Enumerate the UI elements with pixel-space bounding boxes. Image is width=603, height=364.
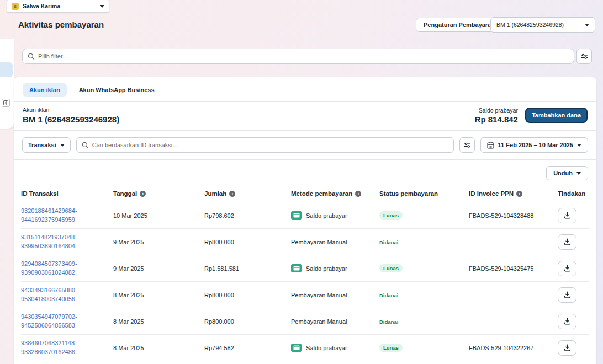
sidebar-active-item[interactable]: [0, 62, 13, 77]
download-invoice-button[interactable]: [558, 340, 576, 356]
prepaid-balance-icon: [291, 211, 302, 220]
status-badge: Didanai: [379, 319, 398, 325]
account-name: BM 1 (626482593246928): [23, 115, 119, 124]
download-report-button[interactable]: Unduh: [546, 166, 588, 180]
transaction-amount: Rp800.000: [204, 292, 291, 298]
status-badge: Didanai: [379, 239, 398, 245]
transaction-id-link[interactable]: 9430354947079702-9452586064856583: [21, 313, 77, 330]
payment-method: Saldo prabayar: [306, 265, 347, 272]
info-icon[interactable]: i: [140, 191, 146, 197]
header-status-pembayaran: Status pembayaran: [379, 190, 469, 197]
collapsed-sidebar: [0, 39, 14, 129]
transaction-id-link[interactable]: 9294084507373409-9390903061024882: [21, 260, 77, 277]
transaction-date: 8 Mar 2025: [113, 292, 204, 298]
download-icon: [564, 318, 571, 325]
table-row: 9430354947079702-9452586064856583 8 Mar …: [21, 308, 589, 335]
transaction-search-input[interactable]: [92, 142, 448, 148]
date-range-picker[interactable]: 11 Feb 2025 – 10 Mar 2025: [480, 137, 588, 153]
transaction-id-link[interactable]: 9320188461429684-9441692375945959: [21, 207, 77, 224]
header-tanggal: Tanggali: [113, 190, 204, 197]
prepaid-balance-icon: [291, 344, 302, 352]
date-range-label: 11 Feb 2025 – 10 Mar 2025: [498, 142, 573, 148]
transaction-date: 9 Mar 2025: [113, 239, 204, 245]
column-settings-button[interactable]: [459, 137, 475, 153]
header-tindakan: Tindakan: [558, 190, 589, 197]
add-funds-button[interactable]: Tambahkan dana: [525, 108, 588, 123]
account-dropdown-value: BM 1 (626482593246928): [496, 22, 564, 28]
download-invoice-button[interactable]: [558, 287, 576, 303]
chevron-down-icon: [576, 172, 581, 175]
account-type-label: Akun iklan: [23, 106, 119, 113]
table-body: 9320188461429684-9441692375945959 10 Mar…: [21, 202, 589, 361]
info-icon[interactable]: i: [229, 191, 235, 197]
status-badge: Lunas: [379, 344, 403, 352]
transaction-amount: Rp800.000: [204, 318, 291, 325]
balance-value: Rp 814.842: [475, 115, 518, 124]
calendar-icon: [487, 142, 494, 149]
business-switcher-dropdown[interactable]: S Salwa Karima: [7, 0, 109, 13]
download-label: Unduh: [553, 170, 573, 176]
business-name: Salwa Karima: [23, 3, 96, 9]
payment-method: Pembayaran Manual: [291, 239, 347, 245]
transaction-type-dropdown[interactable]: Transaksi: [22, 137, 71, 153]
payment-method: Pembayaran Manual: [291, 292, 347, 298]
business-avatar: S: [12, 3, 19, 10]
status-badge: Didanai: [379, 292, 398, 298]
download-invoice-button[interactable]: [558, 261, 576, 276]
transaction-amount: Rp798.602: [204, 212, 291, 219]
status-badge: Lunas: [379, 264, 403, 272]
transaction-id-link[interactable]: 9315114821937048-9399503890164804: [21, 233, 77, 251]
transaction-date: 10 Mar 2025: [113, 212, 204, 219]
info-icon[interactable]: i: [516, 191, 522, 197]
account-summary: Akun iklan BM 1 (626482593246928) Saldo …: [14, 102, 596, 130]
table-row: 9294084507373409-9390903061024882 9 Mar …: [21, 255, 589, 282]
header-jumlah: Jumlahi: [204, 190, 291, 197]
table-header-row: ID Transaksi Tanggali Jumlahi Metode pem…: [21, 186, 589, 202]
account-dropdown[interactable]: BM 1 (626482593246928): [490, 17, 595, 33]
payment-settings-button[interactable]: Pengaturan Pembayaran: [416, 18, 503, 32]
sliders-icon: [463, 142, 471, 148]
sidebar-expand-icon[interactable]: [2, 99, 10, 107]
account-type-tabs: Akun iklan Akun WhatsApp Business: [14, 77, 596, 101]
transaction-date: 8 Mar 2025: [113, 345, 204, 351]
download-icon: [564, 291, 571, 298]
filter-search-box: [22, 49, 574, 64]
transaction-amount: Rp800.000: [204, 239, 291, 245]
chevron-down-icon: [100, 5, 104, 8]
transaction-toolbar: Transaksi 11 Feb 2025 – 10 Mar 2025: [14, 131, 596, 159]
chevron-down-icon: [577, 144, 581, 147]
tab-akun-iklan[interactable]: Akun iklan: [23, 83, 67, 97]
info-icon[interactable]: i: [355, 191, 361, 197]
payment-activity-card: Akun iklan Akun WhatsApp Business Akun i…: [14, 77, 596, 364]
transaction-id-link[interactable]: 9433493166765880-9530418003740056: [21, 286, 77, 304]
transaction-amount: Rp1.581.581: [204, 265, 291, 272]
download-icon: [564, 238, 571, 245]
balance-label: Saldo prabayar: [475, 107, 518, 114]
download-invoice-button[interactable]: [558, 208, 576, 223]
download-invoice-button[interactable]: [558, 234, 576, 250]
download-invoice-button[interactable]: [558, 314, 576, 329]
transaction-date: 9 Mar 2025: [113, 265, 204, 272]
header-metode-pembayaran: Metode pembayarani: [291, 190, 379, 197]
payment-method: Saldo prabayar: [306, 345, 347, 351]
status-badge: Lunas: [379, 211, 403, 220]
transaction-id-link[interactable]: 9384607068321148-9332860370162486: [21, 339, 77, 357]
filter-search-input[interactable]: [38, 53, 569, 60]
table-row: 9384607068321148-9332860370162486 8 Mar …: [21, 335, 589, 361]
payment-method: Pembayaran Manual: [291, 318, 347, 325]
download-icon: [564, 265, 571, 272]
chevron-down-icon: [60, 144, 65, 147]
filter-adjust-button[interactable]: [576, 49, 592, 64]
table-row: 9433493166765880-9530418003740056 8 Mar …: [21, 282, 589, 308]
invoice-id: FBADS-529-104322267: [469, 345, 558, 351]
transaction-type-label: Transaksi: [28, 142, 56, 148]
table-row: 9315114821937048-9399503890164804 9 Mar …: [21, 229, 589, 255]
transaction-amount: Rp794.582: [204, 345, 291, 351]
tab-akun-whatsapp-business[interactable]: Akun WhatsApp Business: [72, 83, 161, 97]
table-row: 9320188461429684-9441692375945959 10 Mar…: [21, 202, 589, 229]
header-id-invoice-ppn: ID Invoice PPNi: [469, 190, 558, 197]
transaction-search-box: [76, 137, 454, 153]
payment-method: Saldo prabayar: [306, 212, 347, 219]
header-id-transaksi: ID Transaksi: [21, 190, 113, 197]
search-icon: [82, 142, 89, 149]
